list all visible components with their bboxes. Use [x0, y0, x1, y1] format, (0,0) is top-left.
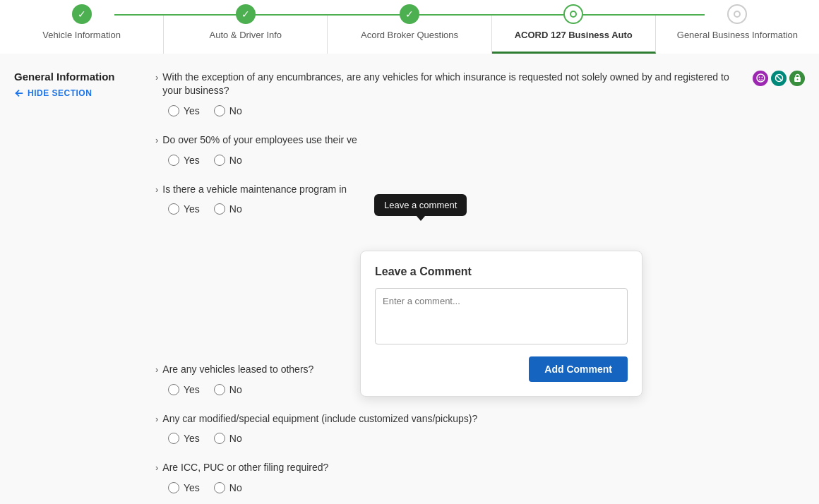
- radio-no-1[interactable]: No: [214, 105, 242, 116]
- question-row-6: › Are ICC, PUC or other filing required?…: [155, 461, 805, 493]
- step-label-acord-broker: Acord Broker Questions: [361, 30, 458, 42]
- radio-yes-1[interactable]: Yes: [168, 105, 200, 116]
- svg-point-1: [734, 11, 740, 17]
- comment-panel-title: Leave a Comment: [375, 265, 628, 278]
- hide-icon: [14, 88, 24, 98]
- chevron-icon-2: ›: [155, 134, 158, 147]
- question-icons-1: [753, 71, 805, 86]
- stepper-container: ✓ Vehicle Information ✓ Auto & Driver In…: [0, 0, 819, 54]
- stepper: ✓ Vehicle Information ✓ Auto & Driver In…: [0, 14, 819, 54]
- step-acord-127[interactable]: ACORD 127 Business Auto: [492, 14, 656, 54]
- radio-group-1: Yes No: [168, 105, 805, 116]
- question-text-2: › Do over 50% of your employees use thei…: [155, 133, 805, 148]
- main-content: General Information HIDE SECTION Leave a…: [0, 54, 819, 504]
- icon-block[interactable]: [771, 71, 787, 86]
- radio-yes-3[interactable]: Yes: [168, 203, 200, 215]
- step-circle-acord-broker: ✓: [400, 4, 419, 24]
- chevron-icon-3: ›: [155, 184, 158, 196]
- icon-lock[interactable]: [789, 71, 805, 86]
- question-row-5: › Any car modified/special equipment (in…: [155, 412, 805, 445]
- question-row-3: › Is there a vehicle maintenance program…: [155, 183, 805, 215]
- svg-point-3: [758, 77, 760, 78]
- chevron-icon-6: ›: [155, 462, 158, 474]
- step-label-acord-127: ACORD 127 Business Auto: [515, 30, 633, 42]
- question-row-2: › Do over 50% of your employees use thei…: [155, 133, 805, 166]
- radio-group-5: Yes No: [168, 433, 805, 444]
- radio-yes-4[interactable]: Yes: [168, 384, 200, 395]
- question-text-1: › With the exception of any encumbrances…: [155, 71, 805, 98]
- question-row-1: › With the exception of any encumbrances…: [155, 71, 805, 116]
- step-label-general-business: General Business Information: [677, 30, 798, 42]
- step-auto-driver[interactable]: ✓ Auto & Driver Info: [164, 14, 328, 54]
- radio-yes-6[interactable]: Yes: [168, 482, 200, 493]
- comment-panel: Leave a Comment Add Comment: [360, 251, 642, 397]
- radio-yes-2[interactable]: Yes: [168, 155, 200, 166]
- questions-area: Leave a comment › With the exception of …: [155, 71, 805, 504]
- radio-no-4[interactable]: No: [214, 384, 242, 395]
- step-label-vehicle-info: Vehicle Information: [42, 30, 121, 42]
- question-text-3: › Is there a vehicle maintenance program…: [155, 183, 805, 197]
- radio-yes-5[interactable]: Yes: [168, 433, 200, 444]
- svg-point-8: [796, 79, 798, 80]
- step-general-business[interactable]: General Business Information: [656, 14, 819, 54]
- step-label-auto-driver: Auto & Driver Info: [210, 30, 282, 42]
- hide-section-button[interactable]: HIDE SECTION: [14, 88, 141, 98]
- radio-group-6: Yes No: [168, 482, 805, 493]
- step-circle-vehicle-info: ✓: [72, 4, 92, 24]
- chevron-icon-1: ›: [155, 71, 158, 84]
- sidebar-section-title: General Information: [14, 71, 141, 83]
- step-circle-general-business: [727, 4, 747, 24]
- step-acord-broker[interactable]: ✓ Acord Broker Questions: [328, 14, 491, 54]
- radio-no-3[interactable]: No: [214, 203, 242, 215]
- svg-point-4: [761, 77, 763, 78]
- step-circle-acord-127: [563, 4, 583, 24]
- question-text-6: › Are ICC, PUC or other filing required?: [155, 461, 805, 475]
- radio-no-6[interactable]: No: [214, 482, 242, 493]
- svg-point-2: [757, 74, 765, 82]
- add-comment-button[interactable]: Add Comment: [529, 356, 628, 382]
- radio-group-3: Yes No: [168, 203, 805, 215]
- step-circle-auto-driver: ✓: [236, 4, 256, 24]
- step-vehicle-info[interactable]: ✓ Vehicle Information: [0, 14, 164, 54]
- chevron-icon-5: ›: [155, 413, 158, 426]
- chevron-icon-4: ›: [155, 364, 158, 376]
- radio-no-2[interactable]: No: [214, 155, 242, 166]
- radio-group-2: Yes No: [168, 155, 805, 166]
- question-text-5: › Any car modified/special equipment (in…: [155, 412, 805, 426]
- comment-textarea[interactable]: [375, 288, 628, 344]
- sidebar: General Information HIDE SECTION: [14, 71, 155, 504]
- icon-smiley[interactable]: [753, 71, 768, 86]
- svg-point-0: [570, 11, 576, 17]
- radio-no-5[interactable]: No: [214, 433, 242, 444]
